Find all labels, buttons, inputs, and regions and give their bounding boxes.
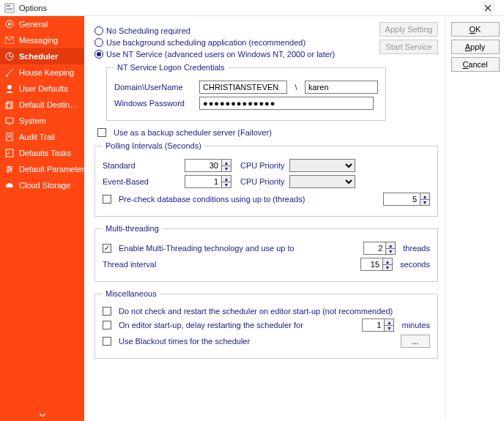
app-icon xyxy=(4,3,15,13)
svg-rect-2 xyxy=(7,8,12,9)
gear-icon xyxy=(4,19,15,29)
backup-label: Use as a backup scheduler server (Failov… xyxy=(114,128,272,137)
event-spinner[interactable]: ▲▼ xyxy=(185,175,231,188)
cloud-icon xyxy=(4,180,15,190)
user-icon xyxy=(4,83,15,94)
spin-up-icon[interactable]: ▲ xyxy=(221,175,231,182)
dialog-buttons: OK Apply Cancel xyxy=(445,16,504,421)
apply-button[interactable]: Apply xyxy=(451,40,500,54)
audit-icon xyxy=(4,132,15,142)
domain-sep: \ xyxy=(292,83,300,92)
domain-user-label: Domain\UserName xyxy=(114,83,195,92)
main-panel: Apply Setting Start Service No Schedulin… xyxy=(84,16,445,421)
delay-label: On editor start-up, delay restarting the… xyxy=(119,321,303,329)
spin-up-icon[interactable]: ▲ xyxy=(221,159,231,165)
event-value[interactable] xyxy=(185,175,221,188)
precheck-spinner[interactable]: ▲▼ xyxy=(383,193,430,206)
fieldset-nt-credentials: NT Service Logon Credentials Domain\User… xyxy=(106,63,386,121)
delay-checkbox[interactable] xyxy=(103,321,111,329)
backup-checkbox[interactable] xyxy=(97,128,106,137)
password-input[interactable] xyxy=(199,97,374,110)
sidebar-item-label: User Defaults xyxy=(19,84,68,93)
precheck-checkbox[interactable] xyxy=(103,195,111,204)
sidebar-item-label: House Keeping xyxy=(19,68,74,77)
clock-icon xyxy=(4,51,15,62)
svg-point-28 xyxy=(7,171,10,173)
precheck-label: Pre-check database conditions using up t… xyxy=(119,195,305,204)
spin-down-icon[interactable]: ▼ xyxy=(221,182,231,188)
mail-icon xyxy=(4,35,15,45)
spin-down-icon[interactable]: ▼ xyxy=(382,264,393,271)
delay-value[interactable] xyxy=(362,318,384,332)
cpu-priority-label: CPU Priority xyxy=(240,161,285,170)
username-input[interactable] xyxy=(305,81,378,94)
expand-icon[interactable] xyxy=(0,409,84,421)
sidebar-item-label: Default Destinations xyxy=(19,100,80,109)
mt-interval-value[interactable] xyxy=(360,258,382,271)
ok-button[interactable]: OK xyxy=(451,22,500,37)
legend-multithreading: Multi-threading xyxy=(103,224,162,233)
sidebar-item-label: Messaging xyxy=(19,36,58,45)
sidebar-item-audittrail[interactable]: Audit Trail xyxy=(0,129,84,145)
sidebar-item-label: Audit Trail xyxy=(19,133,55,141)
domain-input[interactable] xyxy=(199,81,287,94)
spin-down-icon[interactable]: ▼ xyxy=(221,165,231,172)
window-title: Options xyxy=(19,4,47,12)
sidebar-item-label: System xyxy=(19,116,46,125)
svg-point-7 xyxy=(8,23,11,26)
delay-spinner[interactable]: ▲▼ xyxy=(362,318,394,332)
svg-line-13 xyxy=(11,69,13,71)
no-restart-checkbox[interactable] xyxy=(103,307,111,316)
blackout-label: Use Blackout times for the scheduler xyxy=(119,337,250,346)
sidebar-item-general[interactable]: General xyxy=(0,16,84,32)
cancel-button[interactable]: Cancel xyxy=(451,57,500,72)
radio-label: No Scheduling required xyxy=(106,26,190,35)
spin-down-icon[interactable]: ▼ xyxy=(384,325,394,332)
mt-threads-spinner[interactable]: ▲▼ xyxy=(363,242,396,255)
blackout-checkbox[interactable] xyxy=(103,337,111,346)
svg-line-12 xyxy=(7,71,11,75)
sidebar-item-userdefaults[interactable]: User Defaults xyxy=(0,81,84,97)
spin-up-icon[interactable]: ▲ xyxy=(385,242,396,248)
precheck-value[interactable] xyxy=(383,193,420,206)
fieldset-misc: Miscellaneous Do not check and restart t… xyxy=(94,289,438,359)
system-icon xyxy=(4,116,15,126)
mt-threads-value[interactable] xyxy=(363,242,385,255)
svg-point-27 xyxy=(10,168,12,171)
close-button[interactable] xyxy=(476,0,500,16)
tasks-icon xyxy=(4,148,15,158)
spin-down-icon[interactable]: ▼ xyxy=(385,248,396,255)
sidebar-item-system[interactable]: System xyxy=(0,113,84,129)
apply-setting-button[interactable]: Apply Setting xyxy=(379,22,438,37)
sidebar-item-messaging[interactable]: Messaging xyxy=(0,32,84,48)
cpu-priority-standard[interactable] xyxy=(289,159,355,172)
svg-rect-17 xyxy=(6,118,13,123)
start-service-button[interactable]: Start Service xyxy=(379,40,438,54)
sidebar-item-defaultdestinations[interactable]: Default Destinations xyxy=(0,97,84,113)
radio-icon xyxy=(94,50,103,59)
destination-icon xyxy=(4,100,15,110)
cpu-priority-event[interactable] xyxy=(289,175,355,188)
sidebar-item-housekeeping[interactable]: House Keeping xyxy=(0,64,84,81)
svg-rect-15 xyxy=(7,102,12,108)
sidebar-item-cloudstorage[interactable]: Cloud Storage xyxy=(0,177,84,193)
enable-mt-checkbox[interactable] xyxy=(103,244,111,253)
spin-up-icon[interactable]: ▲ xyxy=(420,193,430,199)
sidebar-item-label: Scheduler xyxy=(19,52,58,61)
standard-value[interactable] xyxy=(185,159,221,172)
standard-spinner[interactable]: ▲▼ xyxy=(185,159,231,172)
sidebar-item-scheduler[interactable]: Scheduler xyxy=(0,48,84,64)
mt-interval-spinner[interactable]: ▲▼ xyxy=(360,258,393,271)
minutes-label: minutes xyxy=(401,321,430,329)
radio-label: Use background scheduling application (r… xyxy=(106,38,305,47)
sidebar-item-defaultstasks[interactable]: Defaults Tasks xyxy=(0,145,84,161)
blackout-browse-button[interactable]: ... xyxy=(401,335,430,348)
spin-up-icon[interactable]: ▲ xyxy=(382,258,393,264)
legend-nt: NT Service Logon Credentials xyxy=(114,63,228,72)
legend-polling: Polling Intervals (Seconds) xyxy=(103,141,204,150)
titlebar: Options xyxy=(0,0,504,16)
spin-down-icon[interactable]: ▼ xyxy=(420,199,430,206)
sidebar-item-defaultparameters[interactable]: Default Parameters xyxy=(0,161,84,177)
spin-up-icon[interactable]: ▲ xyxy=(384,318,394,325)
svg-line-11 xyxy=(10,56,12,57)
